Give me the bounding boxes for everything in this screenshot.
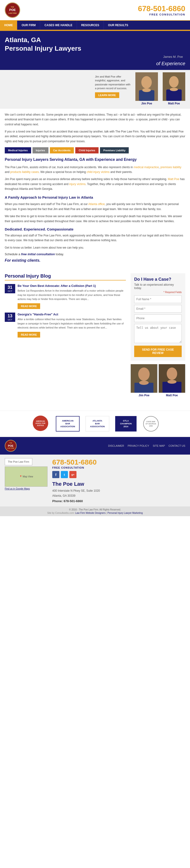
filter-medical-injuries[interactable]: Medical Injuries [5,147,31,153]
header-phone[interactable]: 678-501-6860 [138,4,185,13]
hero-city: Atlanta, GA [5,36,41,43]
injury-marketing-link[interactable]: Personal Injury Lawyer Marketing [108,512,143,514]
email-input[interactable] [134,305,182,313]
section2-p1: When you meet the lawyers and staff of T… [5,202,185,212]
section1-heading: Personal Injury Lawyers Serving Atlanta,… [5,157,185,162]
blog-post-1-title: Be Your Own Best Advocate: After a Colli… [17,284,126,287]
twitter-icon[interactable]: t [61,471,68,478]
credits-text: Site by Consultwebs.com: Law Firm Websit… [5,512,185,514]
free-consult-link[interactable]: free initial consultation [21,252,55,256]
state-bar-logo: STATE BAROF GEORGIA1996 [143,416,159,432]
read-more-2-button[interactable]: READ MORE [17,332,40,338]
blog-date-1: 31 OCT [5,284,15,293]
copyright-text: © 2016 - The Poe Law Firm. All Rights Re… [5,508,185,511]
section2-heading: A Family Approach to Personal Injury Law… [5,195,185,200]
logo-area: THE POE LAW FIRM [5,2,20,18]
blog-day-1: 31 [7,285,13,290]
hero-section: Atlanta, GA Personal Injury Lawyers Jame… [0,31,190,60]
free-consultation-label: FREE CONSULTATION [138,13,185,16]
full-name-input[interactable] [134,296,182,303]
jim-poe-bottom: Jim Poe [130,364,157,398]
footer-contact-link[interactable]: CONTACT US [168,444,186,447]
find-us-link[interactable]: Find us in Google Maps [5,487,30,490]
required-note: * Required Fields [134,291,182,293]
blog-month-2: OCT [7,318,13,321]
nav-cases-we-handle[interactable]: CASES WE HANDLE [40,21,77,30]
child-injury-link[interactable]: child injury victims [87,170,110,174]
experience-bar: of Experience [0,60,190,70]
matt-poe-photo: Matt Poe [163,72,185,105]
team-description: Jim and Matt Poe offer insightful, aggre… [95,75,130,98]
blog-section: Personal Injury Blog 31 OCT Be Your Own … [5,273,126,341]
nav-our-firm[interactable]: OUR FIRM [17,21,40,30]
svg-point-3 [142,88,151,92]
injury-victims-link[interactable]: injury victims [69,182,86,186]
products-liability-link[interactable]: products liability cases [10,170,39,174]
footer-address-section: The Poe Law Firm 📍 Map View Find us in G… [0,455,190,506]
section1-p1: The Poe Law Firm, assists victims of car… [5,165,185,175]
footer-logo: THE POE LAW FIRM [5,440,16,452]
blog-day-2: 13 [7,313,13,318]
matt-poe-link[interactable]: Matt Poe [168,178,179,181]
filter-premises-liability[interactable]: Premises Liability [100,147,129,153]
nav-resources[interactable]: RESOURCES [77,21,104,30]
firm-name-box: The Poe Law Firm [5,458,32,465]
map-area: 📍 Map View [5,466,47,487]
nav-our-results[interactable]: OUR RESULTS [104,21,132,30]
matt-poe-bottom: Matt Poe [159,364,186,398]
facebook-icon[interactable]: f [52,471,60,478]
jim-poe-bottom-name: Jim Poe [130,393,157,398]
svg-point-9 [138,368,150,381]
footer-privacy-link[interactable]: PRIVACY POLICY [127,444,149,447]
blog-post-1-link[interactable]: Be Your Own Best Advocate: After a Colli… [17,284,96,287]
footer-left: The Poe Law Firm 📍 Map View Find us in G… [5,458,47,490]
message-textarea[interactable] [134,324,182,343]
filter-child-injuries[interactable]: Child Injuries [75,147,99,153]
contact-form-title: Do I Have a Case? [134,277,182,282]
filter-injuries[interactable]: Injuries [33,147,48,153]
logo-icon: THE POE LAW FIRM [5,2,20,18]
google-plus-icon[interactable]: g+ [69,471,76,478]
blog-post-2-link[interactable]: Georgia's "Hands-Free" Act [17,313,58,316]
two-column-section: Personal Injury Blog 31 OCT Be Your Own … [0,270,190,401]
footer-free-label: FREE CONSULTATION [52,466,185,469]
hero-subtitle: Personal Injury Lawyers [5,45,81,52]
blog-post-2-excerpt: After a terrible collision killed five n… [17,317,126,330]
phone-area: 678-501-6860 FREE CONSULTATION [138,4,185,16]
website-designers-link[interactable]: Law Firm Website Designers [75,512,106,514]
section2-p2: We take the time to get to know those we… [5,214,185,224]
blog-post-2-title: Georgia's "Hands-Free" Act [17,313,126,316]
svg-point-1 [141,76,152,89]
footer-top: THE POE LAW FIRM DISCLAIMER PRIVACY POLI… [0,437,190,455]
social-icons: f t g+ [52,471,185,478]
svg-point-5 [169,76,179,88]
footer-firm-name: The Poe Law [52,481,185,487]
jim-poe-name: Jim Poe [136,102,158,105]
submit-button[interactable]: SEND FOR FREE CASE REVIEW [134,346,182,357]
footer-phone-value: 678-501-6860 [64,499,83,503]
section3-p1: The attorneys and staff of The Poe Law F… [5,233,185,243]
blog-month-1: OCT [7,290,13,292]
logos-bar: AMERICANASSOC FORJUSTICE AMERICANBARASSO… [0,410,190,437]
contact-form-section: Do I Have a Case? Talk to an experienced… [130,273,185,398]
blog-post-1-excerpt: Before 1st Responders Arrive In the imme… [17,289,126,301]
medical-malpractice-link[interactable]: medical malpractice [134,165,159,169]
premises-liability-link[interactable]: premises liability [160,165,181,169]
nav-home[interactable]: HOME [0,21,17,30]
footer-phone-label: Phone: 678-501-6860 [52,499,185,503]
contact-form-subtitle: Talk to an experienced attorney today. [134,283,182,290]
learn-more-button[interactable]: LEARN MORE [95,92,119,98]
svg-point-13 [167,368,177,380]
phone-input[interactable] [134,314,182,322]
justice-logo: AMERICANASSOC FORJUSTICE [31,415,50,432]
blog-date-2: 13 OCT [5,313,15,322]
intro-p1: We can't control what others do. Some pe… [5,112,185,127]
read-more-1-button[interactable]: READ MORE [17,303,40,309]
main-content: We can't control what others do. Some pe… [0,109,190,270]
svg-point-7 [170,88,178,91]
atlanta-office-link[interactable]: Atlanta office [88,203,105,206]
experience-text: of Experience [156,61,185,66]
footer-sitemap-link[interactable]: SITE MAP [153,444,165,447]
footer-disclaimer-link[interactable]: DISCLAIMER [108,444,124,447]
filter-car-accidents[interactable]: Car Accidents [50,147,74,153]
